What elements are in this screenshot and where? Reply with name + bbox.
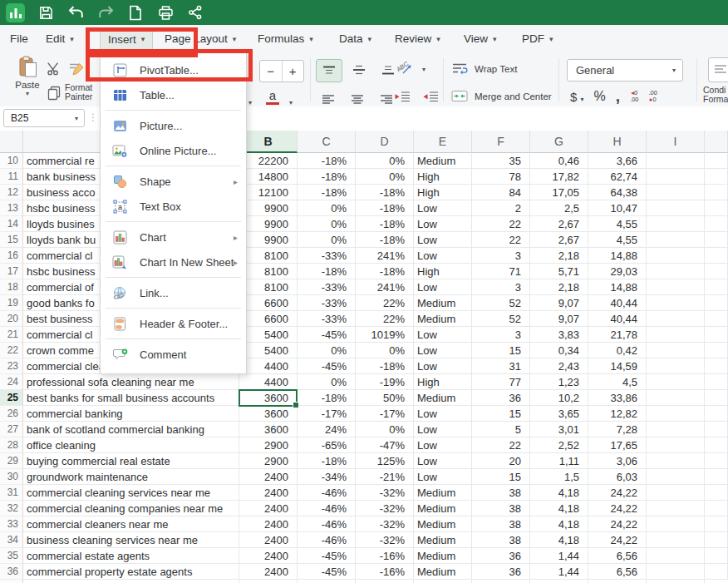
cell-F21[interactable]: 3 [472,327,530,343]
conditional-formatting-button[interactable] [708,57,728,82]
cell-B10[interactable]: 22200 [239,153,298,169]
insert-menu-item-header-footer[interactable]: Header & Footer... [101,311,246,336]
cell-G18[interactable]: 2,18 [530,279,588,295]
cell-partial-20[interactable] [705,311,728,327]
cell-H13[interactable]: 10,47 [588,200,647,216]
cell-C36[interactable]: -45% [298,564,356,580]
cell-F22[interactable]: 15 [472,343,530,358]
cell-B19[interactable]: 6600 [239,295,298,311]
cell-E25[interactable]: Medium [414,390,472,406]
row-header-10[interactable]: 10 [0,153,23,169]
row-header-23[interactable]: 23 [0,358,23,374]
cell-partial-13[interactable] [705,200,728,216]
text-orientation-caret-icon[interactable]: ▾ [422,66,425,73]
cell-B15[interactable]: 9900 [239,232,298,248]
column-header-D[interactable]: D [356,131,414,153]
cell-partial-30[interactable] [705,469,728,485]
cell-I23[interactable] [647,358,705,374]
cell-F11[interactable]: 78 [472,169,530,185]
cell-C17[interactable]: -18% [298,264,356,279]
column-header-H[interactable]: H [588,131,647,153]
row-header-partial[interactable] [0,580,23,583]
cell-F32[interactable]: 38 [472,501,530,516]
cell-E33[interactable]: Medium [414,516,472,532]
row-header-17[interactable]: 17 [0,264,23,279]
cell-I16[interactable] [647,248,705,264]
cell-D21[interactable]: 1019% [356,327,414,343]
cell-I18[interactable] [647,279,705,295]
cell-I30[interactable] [647,469,705,485]
undo-icon[interactable] [65,2,86,22]
menu-file[interactable]: File [10,25,28,52]
number-format-select[interactable]: General ▾ [567,59,683,82]
cell-I17[interactable] [647,264,705,279]
cell-F15[interactable]: 22 [472,232,530,248]
increase-decimal-button[interactable]: ◂0.00 [630,90,638,103]
cell-B25[interactable]: 3600 [239,390,298,406]
cell-D26[interactable]: -17% [356,406,414,422]
cell-G12[interactable]: 17,05 [530,185,588,200]
menu-page-layout[interactable]: Page Layout▾ [165,25,236,52]
paste-caret-icon[interactable]: ▾ [8,90,47,97]
cell-E15[interactable]: Low [414,232,472,248]
cell-F25[interactable]: 36 [472,390,530,406]
cell-D33[interactable]: -32% [356,516,414,532]
cell-C21[interactable]: -45% [298,327,356,343]
copy-button[interactable] [47,86,61,102]
cell-F18[interactable]: 3 [472,279,530,295]
cell-E23[interactable]: Low [414,358,472,374]
save-icon[interactable] [35,2,57,22]
cell-C25[interactable]: -18% [298,390,356,406]
decrease-indent-button[interactable] [394,91,411,104]
cell-B18[interactable]: 8100 [239,279,298,295]
select-all-corner[interactable] [0,131,23,153]
insert-menu-item-picture[interactable]: Picture... [101,113,246,138]
cell-C29[interactable]: -18% [298,453,356,469]
print-icon[interactable] [155,2,176,22]
cell-E21[interactable]: Low [414,327,472,343]
cell-F28[interactable]: 22 [472,437,530,453]
cell-I13[interactable] [647,200,705,216]
row-header-34[interactable]: 34 [0,532,23,548]
cell-E16[interactable]: Low [414,248,472,264]
cell-G25[interactable]: 10,2 [530,390,588,406]
row-header-19[interactable]: 19 [0,295,23,311]
cell-D32[interactable]: -32% [356,501,414,516]
cell-H31[interactable]: 24,22 [588,485,647,501]
cell-A26[interactable]: commercial banking [23,406,239,422]
cell-E10[interactable]: Medium [414,153,472,169]
text-orientation-button[interactable]: ABC [397,61,417,77]
cell-D35[interactable]: -16% [356,548,414,564]
cell-D22[interactable]: 0% [356,343,414,358]
cell-C11[interactable]: -18% [298,169,356,185]
cell-G17[interactable]: 5,71 [530,264,588,279]
row-header-33[interactable]: 33 [0,516,23,532]
cell-D11[interactable]: 0% [356,169,414,185]
cell-G28[interactable]: 2,52 [530,437,588,453]
cell-F14[interactable]: 22 [472,216,530,232]
cell-H20[interactable]: 40,44 [588,311,647,327]
cut-button[interactable] [47,62,61,77]
insert-menu-item-text-box[interactable]: aText Box [101,194,246,219]
merge-center-button[interactable]: Merge and Center [451,90,552,102]
cell-D12[interactable]: -18% [356,185,414,200]
cell-F20[interactable]: 52 [472,311,530,327]
cell-G19[interactable]: 9,07 [530,295,588,311]
font-style-caret-icon[interactable]: ▾ [248,99,252,106]
cell-F23[interactable]: 31 [472,358,530,374]
cell-F13[interactable]: 2 [472,200,530,216]
cell-I19[interactable] [647,295,705,311]
cell-B16[interactable]: 8100 [239,248,298,264]
cell-partial-33[interactable] [705,516,728,532]
cell-C13[interactable]: 0% [298,200,356,216]
cell-F30[interactable]: 15 [472,469,530,485]
cell-B31[interactable]: 2400 [239,485,298,501]
cell-E28[interactable]: Low [414,437,472,453]
cell-I15[interactable] [647,232,705,248]
currency-button[interactable]: $ ▾ [570,90,584,104]
cell-partial-12[interactable] [705,185,728,200]
cell-E17[interactable]: High [414,264,472,279]
row-header-15[interactable]: 15 [0,232,23,248]
cell-F19[interactable]: 52 [472,295,530,311]
cell-A34[interactable]: business cleaning services near me [23,532,239,548]
